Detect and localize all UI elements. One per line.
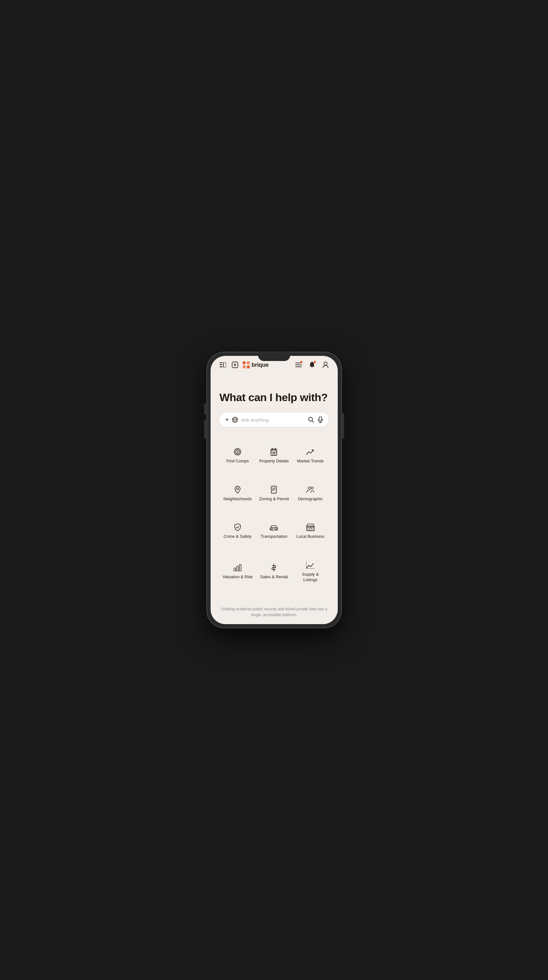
shield-icon xyxy=(234,523,241,531)
category-find-comps[interactable]: Find Comps xyxy=(220,437,256,475)
svg-point-27 xyxy=(237,451,238,452)
svg-rect-51 xyxy=(237,566,239,571)
bell-button[interactable] xyxy=(307,360,317,369)
car-icon xyxy=(269,523,278,531)
category-transportation[interactable]: Transportation xyxy=(256,512,292,550)
svg-rect-47 xyxy=(309,528,311,531)
svg-rect-9 xyxy=(243,366,245,368)
profile-button[interactable] xyxy=(321,360,330,369)
sales-rental-label: Sales & Rental xyxy=(260,574,288,580)
app-name: brique xyxy=(252,362,269,368)
svg-rect-1 xyxy=(220,364,223,366)
local-business-label: Local Business xyxy=(296,534,324,539)
svg-rect-22 xyxy=(319,417,322,420)
phone-frame: brique xyxy=(207,352,342,628)
svg-rect-7 xyxy=(243,361,245,364)
search-action-icons xyxy=(308,417,323,423)
svg-rect-52 xyxy=(239,565,241,571)
crime-safety-label: Crime & Safety xyxy=(223,534,252,539)
category-sales-rental[interactable]: Sales & Rental xyxy=(256,550,292,593)
menu-button[interactable] xyxy=(294,360,303,369)
phone-screen: brique xyxy=(210,356,338,624)
svg-rect-8 xyxy=(247,361,249,364)
bell-badge xyxy=(314,361,316,363)
menu-badge xyxy=(300,361,303,363)
valuation-risk-label: Valuation & Risk xyxy=(223,574,253,580)
trending-up-icon xyxy=(306,448,315,456)
market-trends-label: Market Trends xyxy=(297,458,323,464)
svg-line-21 xyxy=(312,421,314,422)
category-valuation-risk[interactable]: Valuation & Risk xyxy=(220,550,256,593)
document-icon xyxy=(271,485,277,494)
status-bar-left: brique xyxy=(218,360,269,369)
category-property-details[interactable]: Property Details xyxy=(256,437,292,475)
neighborhoods-label: Neighborhoods xyxy=(223,496,252,502)
map-pin-icon xyxy=(235,485,241,494)
hero-title: What can I help with? xyxy=(220,391,329,404)
category-demographic[interactable]: Demographic xyxy=(292,475,328,513)
svg-rect-35 xyxy=(271,486,276,493)
target-icon xyxy=(234,448,241,456)
store-icon xyxy=(306,523,315,531)
svg-point-39 xyxy=(308,487,311,489)
svg-rect-33 xyxy=(273,453,275,455)
status-bar: brique xyxy=(210,356,338,372)
sidebar-toggle-button[interactable] xyxy=(218,360,227,369)
category-supply-listings[interactable]: Supply & Listings xyxy=(292,550,328,593)
footer-text: Unifying scattered public records and si… xyxy=(221,607,327,617)
property-details-label: Property Details xyxy=(259,458,288,464)
power-button xyxy=(342,413,344,439)
people-icon xyxy=(306,485,315,494)
svg-rect-3 xyxy=(223,362,226,368)
search-add-icon[interactable]: + xyxy=(225,417,229,423)
logo: brique xyxy=(243,361,269,368)
svg-rect-50 xyxy=(234,568,236,571)
bar-chart-icon xyxy=(234,563,241,572)
category-zoning-permit[interactable]: Zoning & Permit xyxy=(256,475,292,513)
category-neighborhoods[interactable]: Neighborhoods xyxy=(220,475,256,513)
categories-grid: Find Comps Property Deta xyxy=(220,437,329,593)
svg-point-40 xyxy=(311,487,313,489)
svg-point-14 xyxy=(324,362,327,365)
logo-icon xyxy=(243,361,250,368)
zoning-permit-label: Zoning & Permit xyxy=(259,496,289,502)
chart-line-icon xyxy=(306,561,315,569)
dollar-icon xyxy=(271,563,276,572)
find-comps-label: Find Comps xyxy=(226,458,249,464)
compose-button[interactable] xyxy=(231,360,239,369)
search-placeholder[interactable]: Ask anything xyxy=(241,417,305,423)
globe-icon xyxy=(232,417,238,423)
demographic-label: Demographic xyxy=(298,496,323,502)
category-crime-safety[interactable]: Crime & Safety xyxy=(220,512,256,550)
microphone-icon[interactable] xyxy=(318,417,323,423)
search-icon[interactable] xyxy=(308,417,314,423)
transportation-label: Transportation xyxy=(261,534,287,539)
svg-rect-2 xyxy=(220,366,223,368)
svg-rect-0 xyxy=(220,362,223,363)
category-local-business[interactable]: Local Business xyxy=(292,512,328,550)
status-bar-right xyxy=(294,360,330,369)
footer: Unifying scattered public records and si… xyxy=(210,601,338,624)
svg-rect-10 xyxy=(247,366,249,368)
supply-listings-label: Supply & Listings xyxy=(295,572,326,583)
svg-point-34 xyxy=(237,488,239,490)
category-market-trends[interactable]: Market Trends xyxy=(292,437,328,475)
building-icon xyxy=(270,448,277,456)
search-bar[interactable]: + Ask anything xyxy=(220,413,329,427)
main-content: What can I help with? + Ask anything xyxy=(210,372,338,601)
